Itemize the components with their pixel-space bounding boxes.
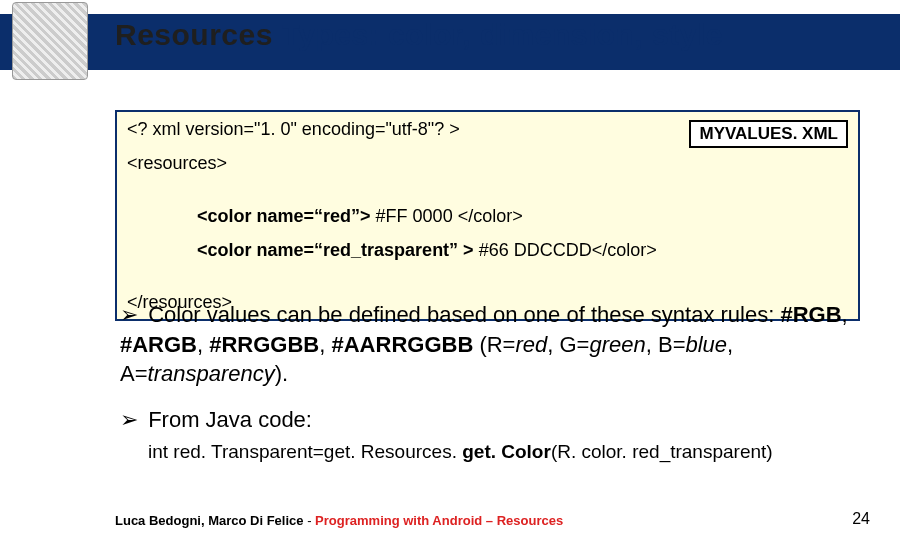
java-part: (R. color. red_transparent) [551, 441, 773, 462]
syntax-argb: #ARGB [120, 332, 197, 357]
t: , B= [646, 332, 686, 357]
resources-open-tag: <resources> [117, 146, 858, 180]
footer-dash: - [304, 513, 316, 528]
bullet-color-syntax: ➢ Color values can be defined based on o… [120, 300, 860, 389]
file-name-tag: MYVALUES. XML [689, 120, 848, 148]
footer: Luca Bedogni, Marco Di Felice - Programm… [115, 513, 875, 528]
t: (R= [473, 332, 515, 357]
legend-green: green [589, 332, 645, 357]
title-part-colored: Types: color, dimension, style [282, 18, 723, 51]
arrow-icon: ➢ [120, 405, 142, 435]
page-number: 24 [852, 510, 870, 528]
color-value: #FF 0000 </color> [376, 206, 523, 226]
footer-course-a: Programming with Android [315, 513, 482, 528]
title-part-plain: Resources [115, 18, 282, 51]
bullet-list: ➢ Color values can be defined based on o… [120, 300, 860, 480]
bullet-from-java: ➢ From Java code: int red. Transparent=g… [120, 405, 860, 464]
color-attr: name=“red”> [257, 206, 376, 226]
color-element-2: <color name=“red_trasparent” > #66 DDCCD… [117, 233, 858, 267]
footer-authors: Luca Bedogni, Marco Di Felice [115, 513, 304, 528]
bullet-text: Color values can be defined based on one… [148, 302, 780, 327]
legend-alpha: transparency [148, 361, 275, 386]
footer-course-sep: – [482, 513, 496, 528]
t: , G= [547, 332, 589, 357]
t: ). [275, 361, 288, 386]
spacer [117, 267, 858, 285]
arrow-icon: ➢ [120, 300, 142, 330]
syntax-rrggbb: #RRGGBB [209, 332, 319, 357]
slide-title: Resources Types: color, dimension, style [115, 18, 723, 52]
syntax-rgb: #RGB [780, 302, 841, 327]
footer-course-b: Resources [497, 513, 563, 528]
legend-red: red [515, 332, 547, 357]
color-open-bold: <color [197, 240, 257, 260]
java-method-bold: get. Color [462, 441, 551, 462]
university-seal-logo [12, 2, 88, 80]
color-element-1: <color name=“red”> #FF 0000 </color> [117, 199, 858, 233]
bullet-text: From Java code: [148, 407, 312, 432]
java-part: int red. Transparent=get. Resources. [148, 441, 462, 462]
color-open-bold: <color [197, 206, 257, 226]
legend-blue: blue [686, 332, 728, 357]
color-value: #66 DDCCDD</color> [479, 240, 657, 260]
spacer [117, 181, 858, 199]
syntax-aarrggbb: #AARRGGBB [332, 332, 474, 357]
color-attr: name=“red_trasparent” > [257, 240, 479, 260]
java-snippet: int red. Transparent=get. Resources. get… [148, 439, 860, 465]
xml-code-box: MYVALUES. XML <? xml version="1. 0" enco… [115, 110, 860, 321]
